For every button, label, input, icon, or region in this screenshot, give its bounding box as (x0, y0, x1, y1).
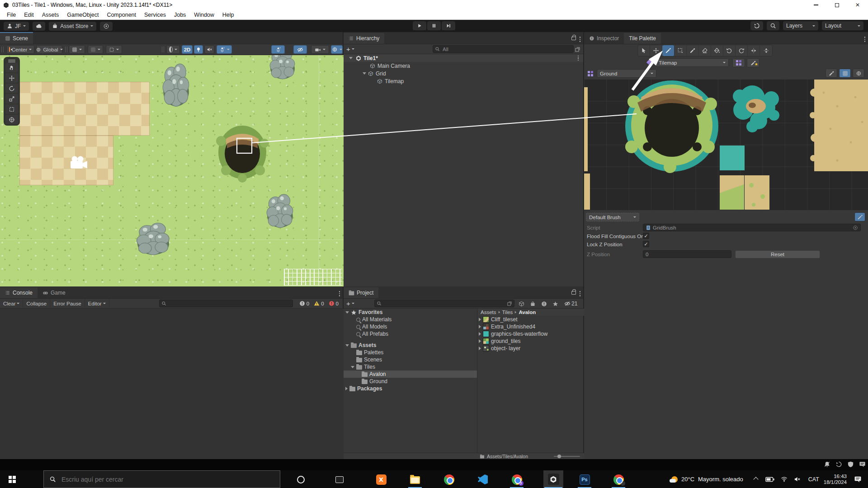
hidden-items-button[interactable]: 21 (564, 300, 577, 307)
taskbar-xampp[interactable]: X (375, 474, 387, 485)
effects-toggle-button[interactable] (217, 45, 232, 54)
taskbar-chrome-profile-j[interactable]: J (511, 474, 523, 485)
gizmos-toggle-button[interactable] (853, 69, 864, 78)
tab-game[interactable]: Game (38, 287, 71, 298)
scene-visibility-button[interactable] (293, 45, 307, 54)
foldout-icon[interactable] (479, 347, 481, 350)
kebab-menu-icon[interactable] (339, 291, 340, 296)
taskbar-chrome-profile-2[interactable] (613, 474, 624, 485)
tool-handle-pivot-button[interactable]: Center (6, 45, 34, 54)
hierarchy-scene-row[interactable]: Tile1* (344, 54, 583, 62)
grid-snap-button[interactable] (69, 45, 85, 54)
active-layer-dropdown[interactable]: Ground (597, 69, 656, 78)
create-object-button[interactable]: + (346, 45, 354, 53)
toolbar-grip[interactable] (1, 47, 4, 52)
edit-palette-button[interactable] (732, 58, 745, 67)
fill-tool-button[interactable] (711, 45, 723, 56)
language-indicator[interactable]: CAT (808, 476, 819, 483)
foldout-icon[interactable] (479, 325, 481, 328)
rect-tool-button[interactable] (5, 104, 18, 114)
rotate-tool-button[interactable] (5, 84, 18, 93)
tree-folder-tiles[interactable]: Tiles (344, 363, 477, 371)
menu-item-jobs[interactable]: Jobs (170, 12, 190, 18)
tree-all-models[interactable]: All Models (344, 323, 477, 330)
active-palette-dropdown[interactable]: Tilemap (656, 58, 729, 67)
eraser-tool-button[interactable] (699, 45, 711, 56)
brush-settings-button[interactable] (854, 212, 865, 221)
tab-project[interactable]: Project (344, 287, 378, 298)
foldout-icon[interactable] (349, 57, 353, 59)
tool-handle-rotation-button[interactable]: Global (36, 45, 62, 54)
clear-button[interactable]: Clear (0, 299, 23, 309)
start-button[interactable] (6, 474, 18, 485)
flip-horizontal-button[interactable] (748, 45, 760, 56)
tab-tile-palette[interactable]: Tile Palette (624, 33, 661, 44)
step-button[interactable] (442, 21, 455, 30)
tab-hierarchy[interactable]: Hierarchy (344, 33, 384, 44)
tree-favorites[interactable]: Favorites (344, 309, 477, 316)
foldout-icon[interactable] (351, 366, 354, 368)
notification-center-icon[interactable] (854, 475, 862, 483)
file-graphics-tiles-waterflow[interactable]: graphics-tiles-waterflow (478, 330, 584, 338)
foldout-icon[interactable] (345, 387, 348, 390)
pick-tool-button[interactable] (687, 45, 699, 56)
tree-folder-avalon[interactable]: Avalon (344, 371, 477, 378)
menu-item-services[interactable]: Services (140, 12, 170, 18)
layers-dropdown[interactable]: Layers (783, 21, 818, 30)
breadcrumb-assets[interactable]: Assets (481, 310, 496, 315)
select-tool-button[interactable] (638, 45, 650, 56)
tree-all-materials[interactable]: All Materials (344, 316, 477, 323)
kebab-menu-icon[interactable] (580, 291, 581, 296)
wifi-icon[interactable] (781, 476, 788, 483)
tray-expand-chevron[interactable] (753, 477, 758, 482)
weather-widget[interactable]: 20°C Mayorm. soleado (671, 476, 743, 483)
warning-count-badge[interactable]: 0 (311, 300, 326, 306)
lock-icon[interactable] (571, 37, 576, 40)
breadcrumb-tiles[interactable]: Tiles (502, 310, 513, 315)
scene-lighting-button[interactable] (194, 45, 203, 54)
volume-mute-icon[interactable] (794, 476, 801, 483)
audio-mute-button[interactable] (204, 45, 214, 54)
tree-folder-palettes[interactable]: Palettes (344, 349, 477, 356)
kebab-menu-icon[interactable] (580, 37, 581, 42)
search-by-type-button[interactable] (519, 300, 524, 306)
reset-button[interactable]: Reset (735, 250, 820, 258)
flip-vertical-button[interactable] (760, 45, 772, 56)
task-view-button[interactable] (334, 474, 345, 485)
thumbnail-size-slider[interactable] (554, 456, 580, 457)
rotate-ccw-button[interactable] (723, 45, 736, 56)
maximize-button[interactable] (826, 0, 847, 10)
tree-folder-ground[interactable]: Ground (344, 378, 477, 385)
project-search-input[interactable] (383, 300, 505, 307)
brush-dropdown[interactable]: Default Brush (586, 213, 639, 221)
close-button[interactable]: ✕ (847, 0, 868, 10)
tree-all-prefabs[interactable]: All Prefabs (344, 330, 477, 338)
move-tool-button[interactable] (5, 73, 18, 83)
file-extra-unfinished4[interactable]: Extra_Unfinished4 (478, 323, 584, 330)
cloud-services-button[interactable] (33, 22, 45, 31)
editor-dropdown[interactable]: Editor (85, 299, 109, 309)
minimize-button[interactable] (806, 0, 826, 10)
file-cliff-tileset[interactable]: Cliff_tileset (478, 316, 584, 323)
console-search[interactable] (159, 300, 293, 307)
favorites-filter-button[interactable] (552, 300, 558, 306)
tree-packages[interactable]: Packages (344, 385, 477, 392)
cortana-button[interactable] (295, 474, 307, 485)
kebab-menu-icon[interactable] (578, 56, 579, 61)
paint-brush-tool-button[interactable] (662, 45, 675, 56)
taskbar-chrome[interactable] (443, 474, 455, 485)
play-button[interactable] (413, 21, 426, 30)
camera-settings-button[interactable] (311, 45, 329, 54)
search-button[interactable] (767, 21, 779, 30)
menu-item-component[interactable]: Component (103, 12, 140, 18)
pick-new-tiles-button[interactable] (747, 58, 760, 67)
lock-z-checkbox[interactable]: ✓ (643, 241, 649, 247)
view-tool-button[interactable] (5, 63, 18, 72)
create-asset-button[interactable]: + (346, 300, 354, 307)
tray-sync-icon[interactable] (835, 461, 842, 468)
hierarchy-item-main-camera[interactable]: Main Camera (344, 62, 583, 70)
taskbar-file-explorer[interactable] (409, 474, 421, 485)
transform-tool-button[interactable] (5, 115, 18, 124)
undo-history-button[interactable] (750, 21, 763, 30)
tab-inspector[interactable]: Inspector (584, 33, 624, 44)
